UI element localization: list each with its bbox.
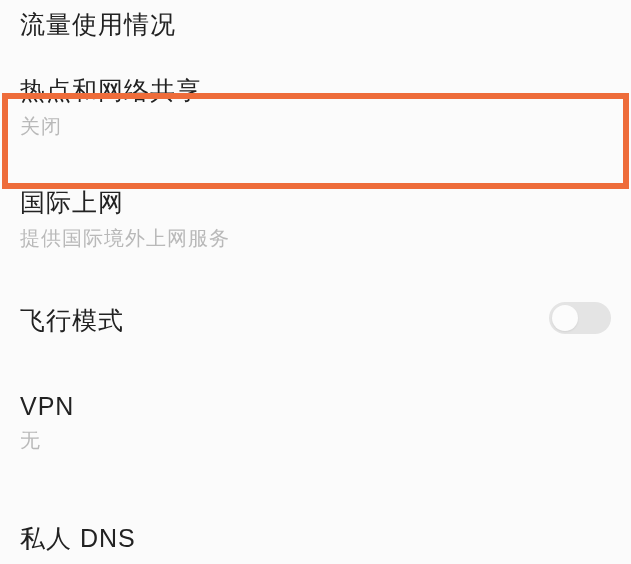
hotspot-tethering-item[interactable]: 热点和网络共享 关闭 <box>0 58 631 156</box>
vpn-subtitle: 无 <box>20 427 74 454</box>
toggle-knob <box>552 305 578 331</box>
international-roaming-item[interactable]: 国际上网 提供国际境外上网服务 <box>0 156 631 264</box>
airplane-mode-item[interactable]: 飞行模式 <box>0 264 631 372</box>
dns-title: 私人 DNS <box>20 522 136 555</box>
private-dns-item[interactable]: 私人 DNS <box>0 492 631 564</box>
airplane-mode-toggle[interactable] <box>549 302 611 334</box>
hotspot-title: 热点和网络共享 <box>20 74 202 107</box>
intl-title: 国际上网 <box>20 186 230 219</box>
intl-subtitle: 提供国际境外上网服务 <box>20 225 230 252</box>
airplane-title: 飞行模式 <box>20 304 124 337</box>
data-usage-title: 流量使用情况 <box>20 8 176 41</box>
data-usage-item[interactable]: 流量使用情况 <box>0 0 631 58</box>
vpn-title: VPN <box>20 392 74 421</box>
vpn-item[interactable]: VPN 无 <box>0 372 631 492</box>
settings-list: 流量使用情况 热点和网络共享 关闭 国际上网 提供国际境外上网服务 飞行模式 V… <box>0 0 631 564</box>
hotspot-subtitle: 关闭 <box>20 113 202 140</box>
